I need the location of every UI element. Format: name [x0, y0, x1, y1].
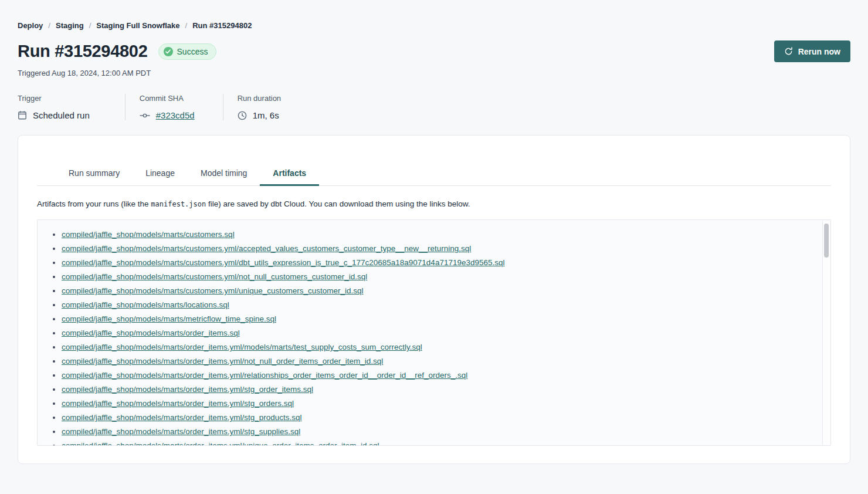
artifact-list-item: compiled/jaffle_shop/models/marts/order_…: [62, 439, 830, 446]
artifact-list-item: compiled/jaffle_shop/models/marts/order_…: [62, 425, 830, 439]
artifact-link[interactable]: compiled/jaffle_shop/models/marts/order_…: [62, 399, 294, 408]
clock-icon: [238, 111, 247, 120]
artifacts-description-prefix: Artifacts from your runs (like the: [37, 199, 151, 208]
artifact-list-item: compiled/jaffle_shop/models/marts/order_…: [62, 326, 830, 340]
artifact-link[interactable]: compiled/jaffle_shop/models/marts/order_…: [62, 357, 383, 366]
page-title: Run #315294802: [18, 42, 148, 61]
artifact-link[interactable]: compiled/jaffle_shop/models/marts/order_…: [62, 343, 422, 351]
meta-trigger-label: Trigger: [18, 94, 90, 103]
artifact-link[interactable]: compiled/jaffle_shop/models/marts/order_…: [62, 441, 379, 446]
status-badge: Success: [158, 43, 217, 60]
meta-trigger-value: Scheduled run: [33, 110, 90, 120]
manifest-json-code: manifest.json: [151, 200, 206, 208]
commit-icon: [140, 113, 150, 119]
status-badge-label: Success: [177, 47, 208, 56]
artifact-list-item: compiled/jaffle_shop/models/marts/order_…: [62, 397, 830, 411]
success-check-icon: [164, 47, 173, 56]
artifact-link[interactable]: compiled/jaffle_shop/models/marts/order_…: [62, 427, 300, 436]
tab-run-summary[interactable]: Run summary: [56, 162, 133, 185]
scrollbar-thumb[interactable]: [824, 224, 829, 258]
artifact-list-item: compiled/jaffle_shop/models/marts/custom…: [62, 270, 830, 284]
artifact-link[interactable]: compiled/jaffle_shop/models/marts/custom…: [62, 244, 471, 253]
commit-sha-link[interactable]: #323cd5d: [156, 110, 195, 120]
page-header: Run #315294802 Success Rerun now: [18, 40, 850, 62]
meta-commit-label: Commit SHA: [140, 94, 195, 103]
artifact-link[interactable]: compiled/jaffle_shop/models/marts/custom…: [62, 286, 363, 295]
breadcrumb-separator: /: [48, 21, 50, 30]
artifact-list-item: compiled/jaffle_shop/models/marts/custom…: [62, 228, 830, 242]
breadcrumb-item-staging[interactable]: Staging: [56, 21, 84, 30]
run-meta-row: Trigger Scheduled run Commit SHA #323cd5…: [18, 94, 850, 120]
meta-duration-value: 1m, 6s: [253, 110, 279, 120]
calendar-icon: [18, 110, 27, 120]
tab-model-timing[interactable]: Model timing: [188, 162, 260, 185]
refresh-icon: [784, 47, 793, 56]
artifact-list-container: compiled/jaffle_shop/models/marts/custom…: [37, 219, 831, 446]
run-detail-page: Deploy/Staging/Staging Full Snowflake/Ru…: [0, 0, 868, 464]
scrollbar-track[interactable]: [822, 221, 830, 445]
artifact-list-item: compiled/jaffle_shop/models/marts/custom…: [62, 242, 830, 256]
artifact-link[interactable]: compiled/jaffle_shop/models/marts/metric…: [62, 314, 276, 323]
run-detail-card: Run summaryLineageModel timingArtifacts …: [18, 135, 850, 464]
breadcrumb-item-run-315294802: Run #315294802: [192, 21, 252, 30]
artifact-list-item: compiled/jaffle_shop/models/marts/order_…: [62, 340, 830, 354]
artifact-list-item: compiled/jaffle_shop/models/marts/order_…: [62, 411, 830, 425]
rerun-now-button[interactable]: Rerun now: [774, 40, 850, 62]
artifact-link[interactable]: compiled/jaffle_shop/models/marts/custom…: [62, 230, 235, 239]
artifact-link[interactable]: compiled/jaffle_shop/models/marts/order_…: [62, 329, 240, 337]
artifact-link[interactable]: compiled/jaffle_shop/models/marts/order_…: [62, 385, 313, 394]
artifact-list-item: compiled/jaffle_shop/models/marts/locati…: [62, 298, 830, 312]
artifact-list: compiled/jaffle_shop/models/marts/custom…: [38, 228, 830, 446]
breadcrumb-item-staging-full-snowflake[interactable]: Staging Full Snowflake: [96, 21, 179, 30]
artifact-list-item: compiled/jaffle_shop/models/marts/order_…: [62, 354, 830, 368]
meta-commit: Commit SHA #323cd5d: [125, 94, 223, 120]
artifact-list-item: compiled/jaffle_shop/models/marts/custom…: [62, 256, 830, 270]
meta-trigger: Trigger Scheduled run: [18, 94, 125, 120]
artifact-list-item: compiled/jaffle_shop/models/marts/custom…: [62, 284, 830, 298]
title-group: Run #315294802 Success: [18, 42, 216, 61]
triggered-timestamp: Triggered Aug 18, 2024, 12:00 AM PDT: [18, 69, 850, 77]
artifact-link[interactable]: compiled/jaffle_shop/models/marts/custom…: [62, 258, 505, 267]
artifacts-description-suffix: file) are saved by dbt Cloud. You can do…: [206, 199, 470, 208]
artifacts-description: Artifacts from your runs (like the manif…: [37, 199, 831, 208]
artifact-list-item: compiled/jaffle_shop/models/marts/metric…: [62, 312, 830, 326]
tab-artifacts[interactable]: Artifacts: [260, 162, 319, 185]
artifact-link[interactable]: compiled/jaffle_shop/models/marts/order_…: [62, 413, 301, 422]
artifact-list-item: compiled/jaffle_shop/models/marts/order_…: [62, 383, 830, 397]
tab-lineage[interactable]: Lineage: [133, 162, 188, 185]
artifact-link[interactable]: compiled/jaffle_shop/models/marts/locati…: [62, 300, 229, 309]
breadcrumb: Deploy/Staging/Staging Full Snowflake/Ru…: [18, 0, 850, 30]
breadcrumb-separator: /: [89, 21, 91, 30]
breadcrumb-separator: /: [185, 21, 188, 30]
artifact-link[interactable]: compiled/jaffle_shop/models/marts/order_…: [62, 371, 467, 380]
meta-duration: Run duration 1m, 6s: [223, 94, 309, 120]
artifact-link[interactable]: compiled/jaffle_shop/models/marts/custom…: [62, 272, 367, 281]
artifact-list-item: compiled/jaffle_shop/models/marts/order_…: [62, 368, 830, 383]
tab-bar: Run summaryLineageModel timingArtifacts: [37, 162, 831, 186]
breadcrumb-item-deploy[interactable]: Deploy: [18, 21, 43, 30]
rerun-now-label: Rerun now: [798, 47, 840, 56]
meta-duration-label: Run duration: [238, 94, 281, 103]
